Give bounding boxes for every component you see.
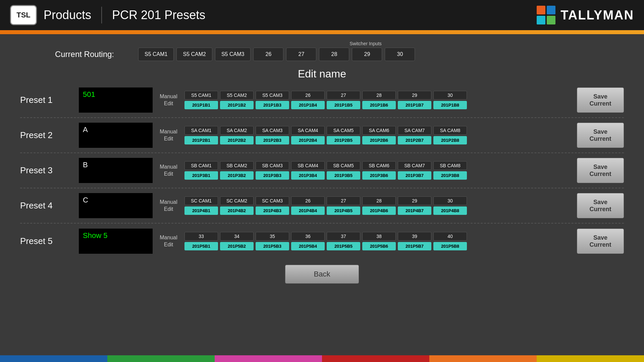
cam-bottom-4-7[interactable]: 201P4B7: [398, 206, 431, 215]
cam-bottom-3-5[interactable]: 201P3B5: [327, 171, 360, 180]
cam-top-5-1[interactable]: 33: [184, 232, 218, 241]
routing-input-6[interactable]: 29: [352, 48, 382, 61]
cam-bottom-2-1[interactable]: 201P2B1: [184, 136, 218, 144]
cam-bottom-1-8[interactable]: 201P1B8: [433, 101, 467, 109]
cam-bottom-1-6[interactable]: 201P1B6: [362, 101, 396, 109]
cam-top-2-2[interactable]: SA CAM2: [220, 126, 254, 135]
routing-input-7[interactable]: 30: [385, 48, 415, 61]
cam-top-1-3[interactable]: S5 CAM3: [256, 91, 289, 100]
preset-name-1[interactable]: 501: [79, 87, 153, 113]
cam-bottom-5-6[interactable]: 201P5B6: [362, 242, 396, 250]
save-current-button-3[interactable]: Save Current: [577, 158, 624, 183]
cam-bottom-3-4[interactable]: 201P3B4: [291, 171, 325, 180]
cam-bottom-2-6[interactable]: 201P2B6: [362, 136, 396, 144]
cam-bottom-4-1[interactable]: 201P4B1: [184, 206, 218, 215]
cam-top-1-7[interactable]: 29: [398, 91, 431, 100]
cam-top-2-1[interactable]: SA CAM1: [184, 126, 218, 135]
cam-bottom-3-6[interactable]: 201P3B6: [362, 171, 396, 180]
manual-edit-3[interactable]: ManualEdit: [158, 164, 179, 178]
cam-top-1-1[interactable]: S5 CAM1: [184, 91, 218, 100]
cam-bottom-4-4[interactable]: 201P4B4: [291, 206, 325, 215]
back-button[interactable]: Back: [285, 265, 359, 284]
manual-edit-2[interactable]: ManualEdit: [158, 128, 179, 142]
preset-name-4[interactable]: C: [79, 193, 153, 218]
preset-name-5[interactable]: Show 5: [79, 229, 153, 254]
cam-top-1-5[interactable]: 27: [327, 91, 360, 100]
cam-top-5-8[interactable]: 40: [433, 232, 467, 241]
manual-edit-4[interactable]: ManualEdit: [158, 199, 179, 213]
cam-top-1-2[interactable]: S5 CAM2: [220, 91, 254, 100]
cam-bottom-4-3[interactable]: 201P4B3: [256, 206, 289, 215]
cam-top-4-7[interactable]: 29: [398, 196, 431, 205]
cam-top-3-1[interactable]: SB CAM1: [184, 161, 218, 170]
cam-bottom-4-8[interactable]: 201P4B8: [433, 206, 467, 215]
cam-top-4-4[interactable]: 26: [291, 196, 325, 205]
cam-bottom-5-2[interactable]: 201P5B2: [220, 242, 254, 250]
cam-top-5-2[interactable]: 34: [220, 232, 254, 241]
cam-top-3-8[interactable]: SB CAM8: [433, 161, 467, 170]
cam-top-2-3[interactable]: SA CAM3: [256, 126, 289, 135]
manual-edit-1[interactable]: ManualEdit: [158, 93, 179, 107]
save-current-button-4[interactable]: Save Current: [577, 193, 624, 218]
save-current-button-1[interactable]: Save Current: [577, 87, 624, 113]
cam-bottom-3-1[interactable]: 201P3B1: [184, 171, 218, 180]
cam-top-3-5[interactable]: SB CAM5: [327, 161, 360, 170]
cam-bottom-4-2[interactable]: 201P4B2: [220, 206, 254, 215]
cam-top-5-5[interactable]: 37: [327, 232, 360, 241]
cam-top-2-4[interactable]: SA CAM4: [291, 126, 325, 135]
cam-top-4-8[interactable]: 30: [433, 196, 467, 205]
cam-bottom-2-2[interactable]: 201P2B2: [220, 136, 254, 144]
routing-input-1[interactable]: S5 CAM2: [176, 48, 212, 61]
cam-bottom-3-3[interactable]: 201P3B3: [256, 171, 289, 180]
preset-name-3[interactable]: B: [79, 158, 153, 183]
routing-input-3[interactable]: 26: [253, 48, 283, 61]
routing-input-4[interactable]: 27: [286, 48, 316, 61]
cam-bottom-2-5[interactable]: 201P2B5: [327, 136, 360, 144]
cam-top-5-6[interactable]: 38: [362, 232, 396, 241]
cam-bottom-2-7[interactable]: 201P2B7: [398, 136, 431, 144]
cam-top-2-7[interactable]: SA CAM7: [398, 126, 431, 135]
cam-bottom-4-5[interactable]: 201P4B5: [327, 206, 360, 215]
cam-top-4-3[interactable]: SC CAM3: [256, 196, 289, 205]
cam-top-3-4[interactable]: SB CAM4: [291, 161, 325, 170]
cam-top-4-2[interactable]: SC CAM2: [220, 196, 254, 205]
cam-top-4-6[interactable]: 28: [362, 196, 396, 205]
cam-bottom-3-7[interactable]: 201P3B7: [398, 171, 431, 180]
cam-top-3-2[interactable]: SB CAM2: [220, 161, 254, 170]
cam-top-3-6[interactable]: SB CAM6: [362, 161, 396, 170]
cam-top-1-8[interactable]: 30: [433, 91, 467, 100]
preset-name-2[interactable]: A: [79, 123, 153, 148]
cam-bottom-2-3[interactable]: 201P2B3: [256, 136, 289, 144]
cam-bottom-5-8[interactable]: 201P5B8: [433, 242, 467, 250]
routing-input-2[interactable]: S5 CAM3: [215, 48, 251, 61]
routing-input-5[interactable]: 28: [319, 48, 349, 61]
cam-top-1-4[interactable]: 26: [291, 91, 325, 100]
cam-top-4-1[interactable]: SC CAM1: [184, 196, 218, 205]
cam-bottom-5-1[interactable]: 201P5B1: [184, 242, 218, 250]
cam-bottom-1-1[interactable]: 201P1B1: [184, 101, 218, 109]
cam-top-5-4[interactable]: 36: [291, 232, 325, 241]
cam-bottom-5-3[interactable]: 201P5B3: [256, 242, 289, 250]
cam-bottom-1-7[interactable]: 201P1B7: [398, 101, 431, 109]
cam-top-2-5[interactable]: SA CAM5: [327, 126, 360, 135]
cam-bottom-5-4[interactable]: 201P5B4: [291, 242, 325, 250]
cam-bottom-1-4[interactable]: 201P1B4: [291, 101, 325, 109]
cam-bottom-5-7[interactable]: 201P5B7: [398, 242, 431, 250]
save-current-button-2[interactable]: Save Current: [577, 123, 624, 148]
cam-top-2-8[interactable]: SA CAM8: [433, 126, 467, 135]
cam-bottom-1-2[interactable]: 201P1B2: [220, 101, 254, 109]
cam-bottom-1-5[interactable]: 201P1B5: [327, 101, 360, 109]
manual-edit-5[interactable]: ManualEdit: [158, 234, 179, 248]
cam-top-3-3[interactable]: SB CAM3: [256, 161, 289, 170]
cam-bottom-4-6[interactable]: 201P4B6: [362, 206, 396, 215]
cam-bottom-3-2[interactable]: 201P3B2: [220, 171, 254, 180]
cam-bottom-3-8[interactable]: 201P3B8: [433, 171, 467, 180]
cam-top-5-7[interactable]: 39: [398, 232, 431, 241]
cam-top-1-6[interactable]: 28: [362, 91, 396, 100]
cam-bottom-1-3[interactable]: 201P1B3: [256, 101, 289, 109]
cam-top-2-6[interactable]: SA CAM6: [362, 126, 396, 135]
save-current-button-5[interactable]: Save Current: [577, 229, 624, 254]
cam-top-5-3[interactable]: 35: [256, 232, 289, 241]
routing-input-0[interactable]: S5 CAM1: [138, 48, 174, 61]
cam-top-4-5[interactable]: 27: [327, 196, 360, 205]
